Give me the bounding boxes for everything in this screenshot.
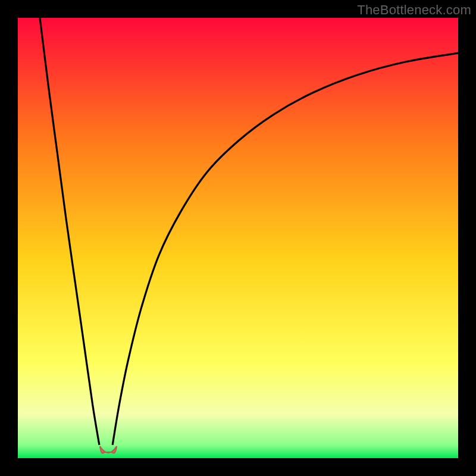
watermark-text: TheBottleneck.com	[357, 2, 471, 18]
plot-area	[18, 18, 458, 458]
background-gradient	[18, 18, 458, 458]
chart-frame: TheBottleneck.com	[0, 0, 476, 476]
gradient-rect	[18, 18, 458, 458]
